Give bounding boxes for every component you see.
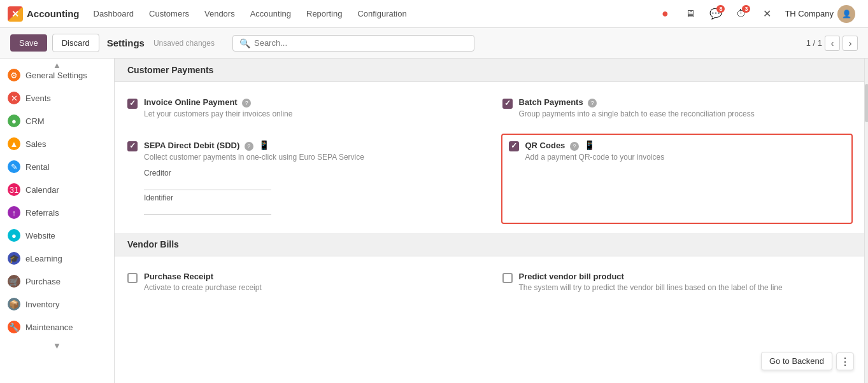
search-box[interactable]: 🔍 xyxy=(232,35,474,52)
save-button[interactable]: Save xyxy=(10,34,47,52)
qr-codes-checkbox[interactable] xyxy=(509,141,519,151)
sidebar-label-rental: Rental xyxy=(25,162,50,172)
purchase-receipt-content: Purchase Receipt Activate to create purc… xyxy=(144,272,262,293)
page-title: Settings xyxy=(107,38,145,48)
sepa-label: SEPA Direct Debit (SDD) xyxy=(144,141,239,150)
sidebar-item-calendar[interactable]: 31 Calendar xyxy=(0,178,114,201)
sidebar-item-website[interactable]: ● Website xyxy=(0,224,114,247)
invoice-online-info-icon[interactable]: ? xyxy=(242,99,251,108)
crm-icon: ● xyxy=(8,115,20,127)
qr-codes-label: QR Codes xyxy=(525,141,566,150)
invoice-online-label: Invoice Online Payment xyxy=(144,97,238,107)
predict-vendor-label: Predict vendor bill product xyxy=(519,272,783,281)
batch-payments-item: Batch Payments ? Group payments into a s… xyxy=(502,92,852,125)
sidebar-item-rental[interactable]: ✎ Rental xyxy=(0,155,114,178)
inventory-icon: 📦 xyxy=(8,298,20,310)
identifier-input[interactable] xyxy=(144,202,271,215)
notification-red-icon[interactable]: ● xyxy=(655,4,675,24)
invoice-online-checkbox[interactable] xyxy=(127,99,138,109)
qr-codes-label-row: QR Codes ? 📱 xyxy=(525,140,665,151)
qr-codes-content: QR Codes ? 📱 Add a payment QR-code to yo… xyxy=(525,140,665,163)
sidebar-label-elearning: eLearning xyxy=(25,254,62,263)
predict-vendor-checkbox[interactable] xyxy=(502,273,513,283)
batch-payments-checkbox[interactable] xyxy=(502,99,513,109)
creditor-input[interactable] xyxy=(144,178,271,190)
sepa-label-row: SEPA Direct Debit (SDD) ? 📱 xyxy=(144,140,364,151)
purchase-receipt-checkbox-wrap[interactable] xyxy=(127,273,138,283)
company-selector[interactable]: TH Company 👤 xyxy=(779,5,860,23)
sidebar-item-events[interactable]: ✕ Events xyxy=(0,87,114,109)
go-to-backend-button[interactable]: Go to Backend xyxy=(761,352,832,370)
batch-payments-label: Batch Payments xyxy=(519,97,583,107)
nav-dashboard[interactable]: Dashboard xyxy=(87,5,141,22)
events-icon: ✕ xyxy=(8,92,20,104)
pagination-next[interactable]: › xyxy=(843,36,858,51)
invoice-online-checkbox-wrap[interactable] xyxy=(127,99,138,111)
customer-payments-grid: Invoice Online Payment ? Let your custom… xyxy=(127,92,851,223)
nav-reporting[interactable]: Reporting xyxy=(300,5,348,22)
app-logo[interactable]: ✕ Accounting xyxy=(8,6,80,22)
settings-content: Customer Payments Invoice Online Payment… xyxy=(115,59,864,383)
scroll-thumb xyxy=(865,84,868,122)
go-backend-more-button[interactable]: ⋮ xyxy=(836,352,854,370)
sidebar-label-website: Website xyxy=(25,231,55,240)
close-icon[interactable]: ✕ xyxy=(757,4,777,24)
vendor-bills-header: Vendor Bills xyxy=(115,233,864,256)
referrals-icon: ↑ xyxy=(8,206,20,219)
content-wrapper: Customer Payments Invoice Online Payment… xyxy=(115,59,864,383)
sepa-device-icon: 📱 xyxy=(259,140,269,150)
identifier-row: Identifier xyxy=(144,193,364,215)
sidebar-item-maintenance[interactable]: 🔧 Maintenance xyxy=(0,316,114,338)
batch-payments-info-icon[interactable]: ? xyxy=(588,99,597,108)
nav-accounting[interactable]: Accounting xyxy=(244,5,297,22)
batch-payments-desc: Group payments into a single batch to ea… xyxy=(519,109,755,120)
invoice-online-content: Invoice Online Payment ? Let your custom… xyxy=(144,97,292,120)
nav-customers[interactable]: Customers xyxy=(143,5,196,22)
sidebar-scroll-down[interactable]: ▼ xyxy=(0,338,114,353)
pagination-prev[interactable]: ‹ xyxy=(825,36,840,51)
creditor-label: Creditor xyxy=(144,169,171,178)
sidebar-label-purchase: Purchase xyxy=(25,277,60,286)
predict-vendor-checkbox-wrap[interactable] xyxy=(502,273,513,283)
qr-codes-checkbox-wrap[interactable] xyxy=(509,141,519,153)
predict-vendor-item: Predict vendor bill product The system w… xyxy=(502,267,852,298)
sidebar-label-referrals: Referrals xyxy=(25,208,59,218)
help-icon[interactable]: 🖥 xyxy=(680,4,701,24)
sidebar-item-sales[interactable]: ▲ Sales xyxy=(0,132,114,155)
nav-vendors[interactable]: Vendors xyxy=(198,5,241,22)
maintenance-icon: 🔧 xyxy=(8,321,20,333)
qr-codes-device-icon: 📱 xyxy=(584,140,595,150)
sales-icon: ▲ xyxy=(8,137,20,150)
vendor-bills-grid: Purchase Receipt Activate to create purc… xyxy=(127,267,851,298)
sepa-info-icon[interactable]: ? xyxy=(245,142,253,151)
qr-codes-desc: Add a payment QR-code to your invoices xyxy=(525,152,665,163)
discard-button[interactable]: Discard xyxy=(52,34,99,52)
sepa-checkbox[interactable] xyxy=(127,141,138,151)
unsaved-changes-label: Unsaved changes xyxy=(153,39,215,48)
sidebar-label-inventory: Inventory xyxy=(25,300,59,309)
identifier-label: Identifier xyxy=(144,193,173,202)
search-input[interactable] xyxy=(254,38,467,48)
batch-payments-checkbox-wrap[interactable] xyxy=(502,99,513,111)
search-icon: 🔍 xyxy=(239,38,250,48)
invoice-online-payment-item: Invoice Online Payment ? Let your custom… xyxy=(127,92,477,125)
sidebar-item-purchase[interactable]: 🛒 Purchase xyxy=(0,270,114,293)
website-icon: ● xyxy=(8,229,20,242)
sidebar-item-elearning[interactable]: 🎓 eLearning xyxy=(0,247,114,270)
purchase-receipt-checkbox[interactable] xyxy=(127,273,138,283)
sidebar-label-sales: Sales xyxy=(25,139,46,149)
nav-configuration[interactable]: Configuration xyxy=(351,5,413,22)
right-scrollbar[interactable] xyxy=(864,59,868,383)
sidebar-item-inventory[interactable]: 📦 Inventory xyxy=(0,293,114,316)
sidebar-item-referrals[interactable]: ↑ Referrals xyxy=(0,201,114,224)
messages-icon[interactable]: 💬 8 xyxy=(706,4,726,24)
sidebar-scroll-up[interactable]: ▲ xyxy=(0,59,114,71)
rental-icon: ✎ xyxy=(8,160,20,173)
app-title: Accounting xyxy=(27,8,80,19)
batch-payments-label-row: Batch Payments ? xyxy=(519,97,755,108)
predict-vendor-desc: The system will try to predict the vendo… xyxy=(519,282,783,293)
sepa-checkbox-wrap[interactable] xyxy=(127,141,138,153)
timer-icon[interactable]: ⏱ 3 xyxy=(731,4,751,24)
sidebar-item-crm[interactable]: ● CRM xyxy=(0,109,114,132)
qr-codes-info-icon[interactable]: ? xyxy=(570,142,579,151)
